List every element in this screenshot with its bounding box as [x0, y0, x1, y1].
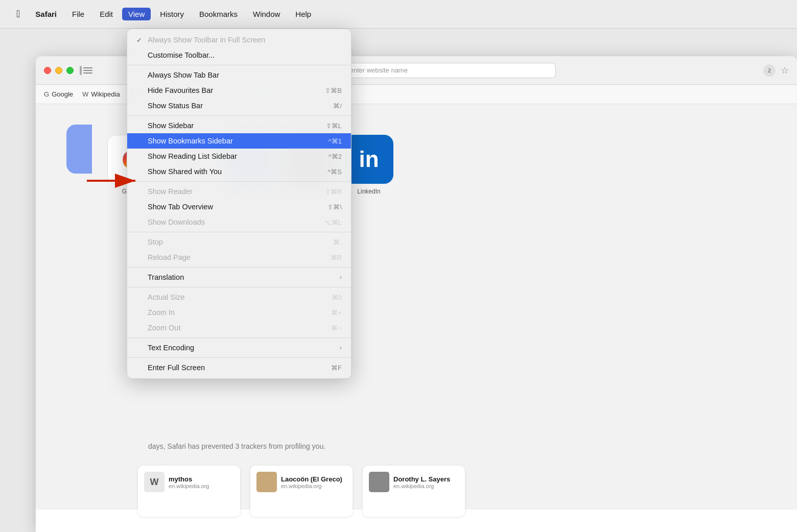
file-menu[interactable]: File [66, 8, 90, 20]
menu-label-show-tab-overview: Show Tab Overview [148, 203, 213, 211]
addressbar-actions: 2 ☆ [763, 64, 789, 77]
minimize-button[interactable] [55, 67, 62, 74]
menu-label-always-show-toolbar: Always Show Toolbar in Full Screen [148, 36, 265, 44]
menu-zoom-out[interactable]: Zoom Out ⌘− [127, 320, 351, 335]
menu-always-show-tab-bar[interactable]: Always Show Tab Bar [127, 67, 351, 83]
linkedin-icon: in [344, 135, 393, 184]
menu-label-always-show-tab-bar: Always Show Tab Bar [148, 71, 219, 79]
wiki-card-laocoon-title: Laocoön (El Greco) [281, 475, 342, 483]
menu-label-show-status-bar: Show Status Bar [148, 102, 203, 110]
share-count-badge: 2 [763, 64, 776, 77]
menu-sep-4 [127, 232, 351, 232]
shortcut-hide-favourites-bar: ⇧⌘B [325, 87, 342, 94]
menu-sep-3 [127, 181, 351, 182]
wiki-card-sayers[interactable]: Dorothy L. Sayers en.wikipedia.org [363, 466, 465, 517]
site-linkedin[interactable]: in LinkedIn [344, 135, 393, 195]
shortcut-show-downloads: ⌥⌘L [324, 219, 342, 226]
checkmark-icon: ✓ [136, 36, 145, 44]
shortcut-show-status-bar: ⌘/ [333, 102, 342, 110]
menu-text-encoding[interactable]: Text Encoding › [127, 340, 351, 355]
text-encoding-submenu-icon: › [340, 344, 342, 351]
fav-wikipedia[interactable]: W Wikipedia [82, 90, 120, 98]
menu-enter-full-screen[interactable]: Enter Full Screen ⌘F [127, 360, 351, 375]
edit-menu[interactable]: Edit [93, 8, 119, 20]
menu-translation[interactable]: Translation › [127, 270, 351, 285]
menu-customise-toolbar[interactable]: Customise Toolbar... [127, 47, 351, 63]
menu-show-tab-overview[interactable]: Show Tab Overview ⇧⌘\ [127, 199, 351, 214]
menu-always-show-toolbar[interactable]: ✓ Always Show Toolbar in Full Screen [127, 32, 351, 47]
apple-menu[interactable]:  [10, 6, 26, 22]
bookmarks-menu[interactable]: Bookmarks [193, 8, 244, 20]
window-menu[interactable]: Window [247, 8, 286, 20]
menu-reload-page[interactable]: Reload Page ⌘R [127, 250, 351, 265]
menu-label-stop: Stop [148, 238, 163, 246]
safari-menu[interactable]: Safari [29, 8, 63, 20]
shortcut-reload-page: ⌘R [331, 254, 342, 261]
menu-label-reload-page: Reload Page [148, 253, 191, 261]
linkedin-letter: in [359, 147, 379, 172]
menubar:  Safari File Edit View History Bookmark… [0, 0, 797, 29]
menu-label-zoom-in: Zoom In [148, 308, 175, 317]
history-menu[interactable]: History [154, 8, 190, 20]
wiki-card-mythos-icon: W [144, 472, 165, 492]
menu-label-hide-favourites-bar: Hide Favourites Bar [148, 86, 213, 94]
shortcut-stop: ⌘. [333, 238, 342, 246]
menu-show-shared[interactable]: Show Shared with You ^⌘S [127, 164, 351, 179]
menu-show-status-bar[interactable]: Show Status Bar ⌘/ [127, 98, 351, 113]
menu-stop[interactable]: Stop ⌘. [127, 234, 351, 250]
sidebar-toggle[interactable] [80, 65, 92, 76]
shortcut-actual-size: ⌘0 [332, 294, 342, 301]
menu-label-customise-toolbar: Customise Toolbar... [148, 51, 215, 59]
menu-label-show-shared: Show Shared with You [148, 167, 222, 176]
view-menu[interactable]: View [122, 8, 151, 20]
shortcut-show-bookmarks-sidebar: ^⌘1 [329, 137, 342, 145]
menu-show-bookmarks-sidebar[interactable]: Show Bookmarks Sidebar ^⌘1 [127, 133, 351, 149]
shortcut-show-shared: ^⌘S [327, 168, 342, 176]
menu-zoom-in[interactable]: Zoom In ⌘+ [127, 305, 351, 320]
partial-site-icon [66, 125, 92, 489]
privacy-note: days, Safari has prevented 3 trackers fr… [148, 442, 325, 450]
menu-show-reading-list[interactable]: Show Reading List Sidebar ^⌘2 [127, 149, 351, 164]
menu-label-translation: Translation [148, 273, 184, 281]
menu-sep-6 [127, 287, 351, 287]
wiki-card-sayers-image [369, 472, 389, 492]
menu-sep-2 [127, 115, 351, 116]
close-button[interactable] [44, 67, 51, 74]
wiki-card-mythos-title: mythos [169, 475, 209, 483]
menu-sep-1 [127, 65, 351, 65]
wiki-card-mythos[interactable]: W mythos en.wikipedia.org [138, 466, 240, 517]
menu-label-enter-full-screen: Enter Full Screen [148, 364, 205, 372]
menu-sep-7 [127, 337, 351, 338]
wiki-card-laocoon-image [256, 472, 277, 492]
fav-wikipedia-label: Wikipedia [91, 90, 120, 98]
maximize-button[interactable] [66, 67, 74, 74]
menu-sep-8 [127, 357, 351, 358]
shortcut-enter-full-screen: ⌘F [331, 364, 342, 372]
menu-label-show-downloads: Show Downloads [148, 218, 205, 226]
menu-show-downloads[interactable]: Show Downloads ⌥⌘L [127, 214, 351, 230]
view-dropdown-menu: ✓ Always Show Toolbar in Full Screen Cus… [127, 29, 351, 379]
shortcut-show-reader: ⇧⌘R [325, 188, 342, 196]
traffic-lights [44, 67, 74, 74]
bottom-cards: W mythos en.wikipedia.org Laocoön (El Gr… [138, 466, 465, 517]
menu-hide-favourites-bar[interactable]: Hide Favourites Bar ⇧⌘B [127, 83, 351, 98]
fav-google-label: Google [52, 90, 73, 98]
wiki-card-mythos-url: en.wikipedia.org [169, 483, 209, 489]
menu-actual-size[interactable]: Actual Size ⌘0 [127, 289, 351, 305]
bookmark-icon[interactable]: ☆ [781, 65, 789, 76]
shortcut-show-tab-overview: ⇧⌘\ [327, 203, 342, 211]
menu-label-zoom-out: Zoom Out [148, 324, 180, 332]
help-menu[interactable]: Help [289, 8, 317, 20]
shortcut-show-sidebar: ⇧⌘L [326, 122, 342, 130]
menu-label-show-reading-list: Show Reading List Sidebar [148, 152, 237, 160]
menu-show-sidebar[interactable]: Show Sidebar ⇧⌘L [127, 118, 351, 133]
fav-google[interactable]: G Google [44, 90, 73, 98]
wiki-card-laocoon[interactable]: Laocoön (El Greco) en.wikipedia.org [250, 466, 353, 517]
menu-label-actual-size: Actual Size [148, 293, 185, 301]
menu-sep-5 [127, 267, 351, 268]
menu-label-show-reader: Show Reader [148, 187, 193, 196]
linkedin-label: LinkedIn [357, 188, 380, 195]
shortcut-zoom-out: ⌘− [331, 324, 342, 332]
menu-show-reader[interactable]: Show Reader ⇧⌘R [127, 184, 351, 199]
wiki-card-sayers-title: Dorothy L. Sayers [393, 475, 450, 483]
